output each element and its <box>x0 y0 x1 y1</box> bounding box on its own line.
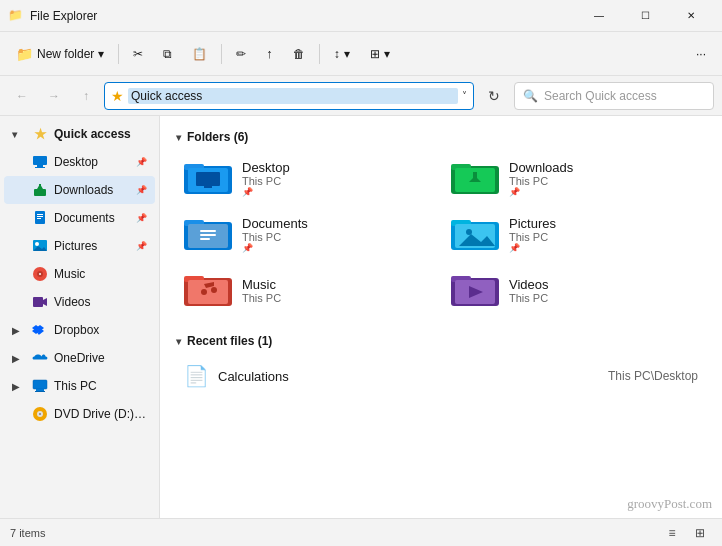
view-dropdown[interactable]: ▾ <box>384 47 390 61</box>
sidebar-item-downloads[interactable]: Downloads 📌 <box>4 176 155 204</box>
svg-point-28 <box>39 413 41 415</box>
folder-icon-downloads <box>451 158 499 198</box>
sidebar-item-thispc[interactable]: ▶ This PC <box>4 372 155 400</box>
downloads-folder-pin: 📌 <box>509 187 573 197</box>
downloads-folder-name: Downloads <box>509 160 573 175</box>
music-folder-name: Music <box>242 277 281 292</box>
toolbar-divider-1 <box>118 44 119 64</box>
sidebar-item-dropbox[interactable]: ▶ Dropbox <box>4 316 155 344</box>
folder-item-downloads[interactable]: Downloads This PC 📌 <box>443 152 706 204</box>
cut-icon: ✂ <box>133 47 143 61</box>
desktop-folder-sub: This PC <box>242 175 290 187</box>
content-area: ▾ Folders (6) Desktop T <box>160 116 722 518</box>
documents-folder-name: Documents <box>242 216 308 231</box>
svg-rect-43 <box>200 234 216 236</box>
up-button[interactable]: ↑ <box>72 82 100 110</box>
recent-file-path: This PC\Desktop <box>608 369 698 383</box>
videos-folder-sub: This PC <box>509 292 549 304</box>
dropbox-chevron: ▶ <box>12 325 26 336</box>
onedrive-chevron: ▶ <box>12 353 26 364</box>
sidebar-item-desktop[interactable]: Desktop 📌 <box>4 148 155 176</box>
view-button[interactable]: ⊞ ▾ <box>362 38 398 70</box>
sidebar-quick-access-label: Quick access <box>54 127 147 141</box>
title-bar: 📁 File Explorer — ☐ ✕ <box>0 0 722 32</box>
sidebar-pictures-label: Pictures <box>54 239 128 253</box>
folders-section-header[interactable]: ▾ Folders (6) <box>176 124 706 152</box>
svg-rect-2 <box>35 167 45 168</box>
address-text[interactable]: Quick access <box>128 88 458 104</box>
copy-button[interactable]: ⧉ <box>155 38 180 70</box>
svg-rect-44 <box>200 238 210 240</box>
folder-item-desktop[interactable]: Desktop This PC 📌 <box>176 152 439 204</box>
svg-point-15 <box>39 273 41 275</box>
svg-point-53 <box>201 289 207 295</box>
new-folder-dropdown[interactable]: ▾ <box>98 47 104 61</box>
sidebar-item-quick-access[interactable]: ▾ ★ Quick access <box>4 120 155 148</box>
music-folder-info: Music This PC <box>242 277 281 304</box>
list-view-button[interactable]: ≡ <box>660 523 684 543</box>
status-bar: 7 items ≡ ⊞ <box>0 518 722 546</box>
search-icon: 🔍 <box>523 89 538 103</box>
folder-item-music[interactable]: Music This PC <box>176 264 439 316</box>
delete-button[interactable]: 🗑 <box>285 38 313 70</box>
music-folder-sub: This PC <box>242 292 281 304</box>
recent-section-header[interactable]: ▾ Recent files (1) <box>176 328 706 356</box>
pictures-pin: 📌 <box>136 241 147 251</box>
folder-item-videos[interactable]: Videos This PC <box>443 264 706 316</box>
dropbox-icon <box>32 322 48 338</box>
new-folder-label: New folder <box>37 47 94 61</box>
minimize-button[interactable]: — <box>576 0 622 32</box>
grid-view-button[interactable]: ⊞ <box>688 523 712 543</box>
svg-rect-8 <box>37 216 43 217</box>
sidebar-item-onedrive[interactable]: ▶ OneDrive <box>4 344 155 372</box>
sidebar-item-pictures[interactable]: Pictures 📌 <box>4 232 155 260</box>
quick-access-chevron: ▾ <box>12 129 26 140</box>
new-folder-icon: 📁 <box>16 46 33 62</box>
recent-item-0[interactable]: 📄 Calculations This PC\Desktop <box>176 360 706 392</box>
rename-button[interactable]: ✏ <box>228 38 254 70</box>
back-button[interactable]: ← <box>8 82 36 110</box>
sidebar-item-dvd[interactable]: DVD Drive (D:) C... <box>4 400 155 428</box>
view-icon: ⊞ <box>370 47 380 61</box>
documents-icon <box>32 210 48 226</box>
refresh-button[interactable]: ↻ <box>480 82 508 110</box>
more-button[interactable]: ··· <box>688 38 714 70</box>
new-folder-button[interactable]: 📁 New folder ▾ <box>8 38 112 70</box>
sidebar-music-label: Music <box>54 267 147 281</box>
sort-dropdown[interactable]: ▾ <box>344 47 350 61</box>
desktop-icon <box>32 154 48 170</box>
search-box[interactable]: 🔍 Search Quick access <box>514 82 714 110</box>
svg-point-54 <box>211 287 217 293</box>
svg-rect-1 <box>37 165 43 167</box>
forward-button[interactable]: → <box>40 82 68 110</box>
window-controls: — ☐ ✕ <box>576 0 714 32</box>
toolbar-divider-2 <box>221 44 222 64</box>
recent-file-name: Calculations <box>218 369 598 384</box>
close-button[interactable]: ✕ <box>668 0 714 32</box>
cut-button[interactable]: ✂ <box>125 38 151 70</box>
svg-rect-6 <box>35 211 45 224</box>
folder-item-pictures[interactable]: Pictures This PC 📌 <box>443 208 706 260</box>
nav-bar: ← → ↑ ★ Quick access ˅ ↻ 🔍 Search Quick … <box>0 76 722 116</box>
folder-icon-videos <box>451 270 499 310</box>
sidebar-item-documents[interactable]: Documents 📌 <box>4 204 155 232</box>
sort-button[interactable]: ↕ ▾ <box>326 38 358 70</box>
paste-button[interactable]: 📋 <box>184 38 215 70</box>
maximize-button[interactable]: ☐ <box>622 0 668 32</box>
sidebar-item-music[interactable]: Music <box>4 260 155 288</box>
downloads-folder-sub: This PC <box>509 175 573 187</box>
svg-rect-0 <box>33 156 47 165</box>
folder-item-documents[interactable]: Documents This PC 📌 <box>176 208 439 260</box>
pictures-folder-name: Pictures <box>509 216 556 231</box>
main-layout: ▾ ★ Quick access Desktop 📌 Downloads 📌 D… <box>0 116 722 518</box>
recent-file-icon: 📄 <box>184 364 208 388</box>
dvd-icon <box>32 406 48 422</box>
svg-rect-42 <box>200 230 216 232</box>
documents-folder-pin: 📌 <box>242 243 308 253</box>
address-dropdown-icon[interactable]: ˅ <box>462 90 467 101</box>
documents-folder-info: Documents This PC 📌 <box>242 216 308 253</box>
sidebar-item-videos[interactable]: Videos <box>4 288 155 316</box>
rename-icon: ✏ <box>236 47 246 61</box>
share-button[interactable]: ↑ <box>258 38 281 70</box>
address-bar[interactable]: ★ Quick access ˅ <box>104 82 474 110</box>
